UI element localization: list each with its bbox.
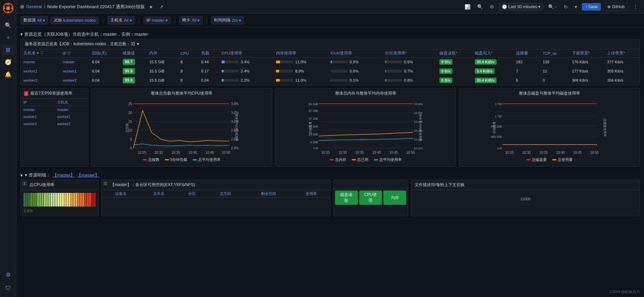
host-filter[interactable]: 主机名 All ▾	[107, 16, 135, 24]
star-button[interactable]: ★	[147, 3, 155, 11]
col-filename: 文件名	[140, 190, 178, 198]
svg-text:总磁盘量: 总磁盘量	[492, 121, 496, 134]
p99-title: 最近7天P99资源使用率	[30, 90, 72, 96]
cpu-bar-segment	[66, 193, 68, 207]
p99-header: ! 最近7天P99资源使用率	[21, 88, 88, 99]
ip-filter[interactable]: IP master ▾	[143, 17, 171, 24]
cpu-bars	[23, 193, 95, 207]
cpu-bar-segment	[39, 193, 41, 207]
time-interval-filter[interactable]: 时间间隔 2m ▾	[211, 16, 244, 24]
ip-chevron: ▾	[166, 18, 168, 23]
breadcrumb-grid-icon: ⊞	[20, 4, 24, 9]
cell-disk-read: 0 B/s	[437, 67, 472, 76]
legend-dot-2	[165, 159, 169, 160]
memory-button[interactable]: 内存	[383, 191, 406, 205]
col-total-space: 总空间	[207, 190, 245, 198]
cell-load: 0.44	[198, 57, 219, 67]
resource-overview-section[interactable]: ▾ 资源总览（关联JOB项）当前选中主机：master，实例：master	[20, 30, 640, 39]
menu-button[interactable]: ⋮	[631, 3, 640, 11]
col-disk-read: 磁盘读取*	[437, 49, 472, 57]
refresh-interval-button[interactable]: ▾	[573, 3, 579, 11]
svg-text:10:35: 10:35	[355, 151, 364, 154]
nic-filter[interactable]: 网卡 All ▾	[179, 16, 203, 24]
cpu-bar-segment	[80, 193, 82, 207]
col-uptime: 启动(天)	[89, 49, 120, 57]
sidebar-item-settings[interactable]: ⚙	[3, 269, 14, 280]
table-header-row: 主机名 ▾ ▽ IP ▽ 启动(天) 健康值 内存 CPU 负载 CPU使用率 …	[21, 49, 640, 57]
refresh-button[interactable]: ↻	[562, 3, 570, 11]
sidebar-item-search[interactable]: 🔍	[3, 20, 14, 31]
svg-text:20: 20	[128, 111, 132, 115]
github-button[interactable]: ⊕ GitHub	[604, 3, 628, 11]
cell-ip: master	[60, 57, 89, 67]
detail-master1[interactable]: 【master】	[53, 172, 75, 178]
detail-master2[interactable]: 【master】	[77, 172, 99, 178]
resource-table-panel: 服务器资源总览表【JOB：kubernetes-nodes，主机总数：3】▾ 主…	[20, 39, 640, 85]
share-button[interactable]: ↗	[157, 3, 166, 11]
svg-text:10:45: 10:45	[206, 151, 214, 154]
datasource-filter[interactable]: 数据源 All ▾	[20, 16, 48, 24]
breadcrumb-general[interactable]: General	[26, 4, 42, 9]
cpu-bar-segment	[55, 193, 57, 207]
svg-text:10:50: 10:50	[590, 151, 599, 154]
cpu-bar-segment	[41, 193, 43, 207]
cell-cpu: 8	[178, 76, 198, 85]
settings-btn[interactable]: ⚙	[488, 3, 496, 11]
sidebar-item-alerts[interactable]: 🔔	[3, 69, 14, 80]
cpu-bar-segment	[33, 193, 35, 207]
disk-chart-area: 2 TiB 1 TiB 931 GiB 466 GiB 0 B	[459, 98, 640, 166]
list-item: worker2 worker2	[21, 120, 88, 128]
svg-point-1	[6, 6, 10, 10]
cpu-bar-segment	[28, 193, 30, 207]
sidebar-item-explore[interactable]: 🧭	[3, 56, 14, 67]
datasource-chevron: ▾	[43, 18, 45, 23]
svg-text:2.4%: 2.4%	[231, 146, 239, 150]
watermark: CSDN @机核动力	[610, 289, 640, 294]
cell-health: 99.8	[120, 76, 147, 85]
chevron-down-icon: ▾	[538, 4, 540, 9]
cpu-bar-segment	[30, 193, 32, 207]
svg-text:总磁盘使用率: 总磁盘使用率	[603, 118, 607, 137]
clock-icon: 🕐	[502, 4, 507, 9]
legend-label-disk-2: 总使用量	[558, 157, 573, 162]
zoom-out-button[interactable]: 🔍−	[546, 3, 559, 11]
disk-read-button[interactable]: 磁盘读取	[335, 191, 358, 205]
cpu-bar-segment	[23, 193, 25, 207]
chevron-detail: ▾	[20, 173, 23, 178]
cpu-bar-segment	[26, 193, 28, 207]
svg-text:10.6%: 10.6%	[414, 102, 423, 106]
legend-dot-3	[193, 159, 197, 160]
cell-host: worker2	[21, 76, 60, 85]
cell-download: 177 Kib/s	[569, 67, 604, 76]
time-range-picker[interactable]: 🕐 Last 30 minutes ▾	[499, 3, 544, 11]
legend-label-disk-1: 总磁盘量	[532, 157, 547, 162]
cpu-bar-segment	[73, 193, 75, 207]
sidebar-item-plus[interactable]: ＋	[3, 32, 14, 43]
svg-text:9 GiB: 9 GiB	[310, 141, 318, 144]
search-btn[interactable]: 🔍	[475, 3, 485, 11]
memory-chart-title: 整体总内存与整体平均内存使用率	[275, 88, 456, 98]
file-panel-header: 文件描述符/每秒上下文切换	[411, 180, 640, 190]
cpu-bar-segment	[64, 193, 66, 207]
memory-chart-panel: 整体总内存与整体平均内存使用率 56 GiB 47 GiB 37 GiB 28 …	[275, 88, 456, 167]
cell-disk-write: 30.4 KiB/s	[472, 76, 514, 85]
legend-label-3: 总平均使用率	[198, 157, 221, 162]
partition-table: 设备名 文件名 分区 总空间 剩余空间 使用率	[102, 190, 330, 198]
cpu-load-chart-panel: 整体总负载与整体平均CPU使用率 25 20 15 10 5 0 3.4% 3.…	[91, 88, 272, 167]
chart-type-button[interactable]: 📊	[463, 3, 472, 11]
svg-text:37 GiB: 37 GiB	[309, 117, 318, 120]
legend-dot-disk-1	[526, 159, 530, 160]
col-cpu: CPU	[178, 49, 198, 57]
nic-label: 网卡	[182, 17, 190, 23]
save-button[interactable]: ↑ Save	[582, 3, 601, 11]
partition-panel-header: 1 【master】：各分区可用空间(EXT.*/XFS/NFS)	[102, 180, 330, 190]
job-filter[interactable]: JOB kubernetes-nodes	[51, 17, 99, 24]
filter-divider-3	[175, 17, 175, 24]
cell-host: master	[21, 57, 60, 67]
cpu-bar-segment	[85, 193, 87, 207]
sidebar-item-shield[interactable]: 🛡	[3, 283, 14, 294]
sidebar-item-dashboards[interactable]: ⊞	[3, 44, 14, 55]
cpu-usage-button[interactable]: CPU使用	[359, 191, 382, 205]
svg-text:10:45: 10:45	[573, 151, 582, 154]
legend-used-mem: 总已用	[352, 157, 368, 162]
